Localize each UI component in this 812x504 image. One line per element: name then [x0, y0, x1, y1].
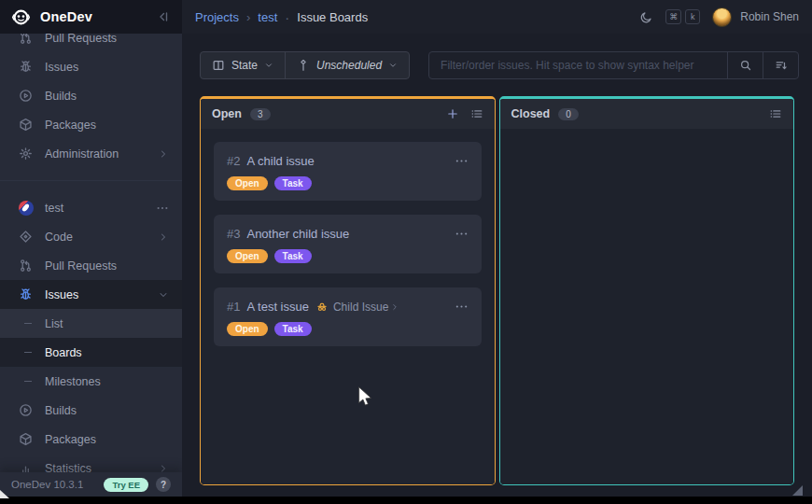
order-button[interactable]	[763, 52, 798, 78]
sidebar-item-label: Code	[45, 231, 73, 244]
child-issue-link[interactable]: Child Issue	[333, 301, 388, 314]
sidebar-item-packages[interactable]: Packages	[0, 110, 182, 139]
topbar: OneDev Projects test Issue Boards ⌘ k Ro…	[0, 0, 812, 34]
onedev-logo-icon	[11, 7, 31, 27]
code-icon	[19, 230, 33, 244]
issue-card[interactable]: #3 Another child issue Open Task	[214, 215, 482, 273]
dark-mode-toggle-icon[interactable]	[639, 10, 653, 24]
sidebar-item-label: Builds	[45, 404, 77, 417]
sidebar-item-project-packages[interactable]: Packages	[0, 425, 182, 454]
state-board-button[interactable]: State	[201, 52, 285, 78]
chevron-right-icon	[158, 231, 169, 243]
state-board-label: State	[231, 59, 258, 72]
sidebar-item-issues[interactable]: Issues	[0, 52, 182, 81]
sidebar-item-project-pull-requests[interactable]: Pull Requests	[0, 251, 182, 280]
pull-request-icon	[19, 259, 33, 273]
issue-title[interactable]: A test issue	[246, 300, 308, 314]
user-name[interactable]: Robin Shen	[740, 10, 799, 23]
sidebar-item-project-builds[interactable]: Builds	[0, 396, 182, 425]
sidebar-item-label: Administration	[45, 147, 119, 161]
chevron-down-icon	[158, 289, 169, 301]
sidebar-item-label: List	[45, 317, 63, 330]
label-task: Task	[274, 176, 312, 190]
column-body-closed	[500, 129, 794, 484]
bug-icon	[19, 60, 33, 74]
milestone-icon	[297, 59, 310, 72]
sidebar-item-issues-milestones[interactable]: Milestones	[0, 367, 182, 396]
sidebar-item-label: Issues	[45, 61, 78, 74]
issue-number: #3	[227, 227, 240, 241]
board-column-closed: Closed 0	[499, 96, 795, 485]
label-open: Open	[227, 176, 268, 190]
sidebar-item-code[interactable]: Code	[0, 222, 182, 251]
sidebar-collapse-icon[interactable]	[156, 9, 171, 24]
breadcrumb-projects-link[interactable]: Projects	[195, 10, 239, 24]
add-issue-icon[interactable]	[446, 107, 459, 120]
column-title: Closed	[511, 107, 551, 120]
column-title: Open	[212, 107, 242, 120]
corner-artifact	[0, 490, 9, 498]
sidebar: Pull Requests Issues Builds Packages Adm…	[0, 34, 182, 504]
try-ee-badge[interactable]: Try EE	[104, 478, 148, 492]
gear-icon	[19, 147, 33, 161]
play-circle-icon	[19, 403, 33, 417]
breadcrumb-project-link[interactable]: test	[258, 10, 277, 24]
column-menu-icon[interactable]	[769, 107, 782, 120]
card-menu-icon[interactable]	[455, 154, 469, 168]
issue-number: #1	[227, 300, 240, 314]
brand-area: OneDev	[0, 0, 182, 34]
card-menu-icon[interactable]	[455, 300, 469, 314]
sidebar-global-nav: Pull Requests Issues Builds Packages Adm…	[0, 34, 182, 168]
k-key: k	[685, 9, 700, 24]
column-header-open: Open 3	[201, 99, 495, 129]
issue-card[interactable]: #2 A child issue Open Task	[214, 142, 482, 201]
sidebar-item-pull-requests[interactable]: Pull Requests	[0, 34, 182, 52]
ellipsis-icon[interactable]	[156, 202, 169, 215]
play-circle-icon	[19, 89, 33, 103]
filter-issues-input[interactable]	[429, 52, 727, 78]
column-count-badge: 0	[558, 108, 579, 120]
cmd-key: ⌘	[665, 9, 681, 24]
issue-title[interactable]: A child issue	[246, 154, 314, 168]
sidebar-item-project-test[interactable]: test	[0, 193, 182, 222]
version-label: OneDev 10.3.1	[11, 479, 83, 490]
sidebar-item-label: Packages	[45, 119, 96, 132]
breadcrumb-separator-icon	[246, 10, 250, 24]
board-config-group: State Unscheduled	[200, 51, 410, 79]
sidebar-item-project-issues[interactable]: Issues	[0, 280, 182, 309]
user-avatar[interactable]	[712, 7, 732, 27]
package-icon	[19, 118, 33, 132]
column-menu-icon[interactable]	[470, 107, 483, 120]
issue-title[interactable]: Another child issue	[246, 227, 349, 241]
sidebar-item-label: Milestones	[45, 375, 101, 388]
sidebar-item-issues-list[interactable]: List	[0, 309, 182, 338]
chevron-down-icon	[264, 61, 273, 70]
issue-card[interactable]: #1 A test issue Child Issue Open Task	[214, 287, 482, 346]
breadcrumb: Projects test Issue Boards	[195, 9, 368, 25]
help-icon[interactable]: ?	[156, 477, 171, 492]
chevron-right-icon	[158, 148, 169, 160]
sort-order-icon	[775, 59, 788, 72]
board-toolbar: State Unscheduled	[200, 51, 799, 79]
board-column-open: Open 3 #2 A child issue Open Task	[200, 96, 496, 485]
column-body-open: #2 A child issue Open Task #3 Another ch…	[201, 129, 495, 484]
search-button[interactable]	[727, 52, 763, 78]
sidebar-item-builds[interactable]: Builds	[0, 81, 182, 110]
project-avatar-icon	[19, 201, 34, 216]
dash-icon	[24, 323, 32, 324]
sidebar-item-administration[interactable]: Administration	[0, 139, 182, 168]
chevron-right-icon	[390, 302, 399, 312]
milestone-filter-button[interactable]: Unscheduled	[285, 52, 409, 78]
shortcut-hint[interactable]: ⌘ k	[665, 9, 700, 24]
window-bottom-strip	[0, 497, 812, 504]
dash-icon	[24, 381, 32, 382]
filter-input-group	[428, 51, 799, 79]
breadcrumb-separator-icon	[285, 9, 289, 25]
milestone-filter-label: Unscheduled	[316, 59, 382, 72]
brand-name: OneDev	[40, 9, 156, 24]
breadcrumb-current-page: Issue Boards	[297, 10, 368, 24]
resize-handle[interactable]	[792, 485, 803, 496]
issue-number: #2	[227, 154, 240, 168]
sidebar-item-issues-boards[interactable]: Boards	[0, 338, 182, 367]
card-menu-icon[interactable]	[455, 227, 469, 241]
